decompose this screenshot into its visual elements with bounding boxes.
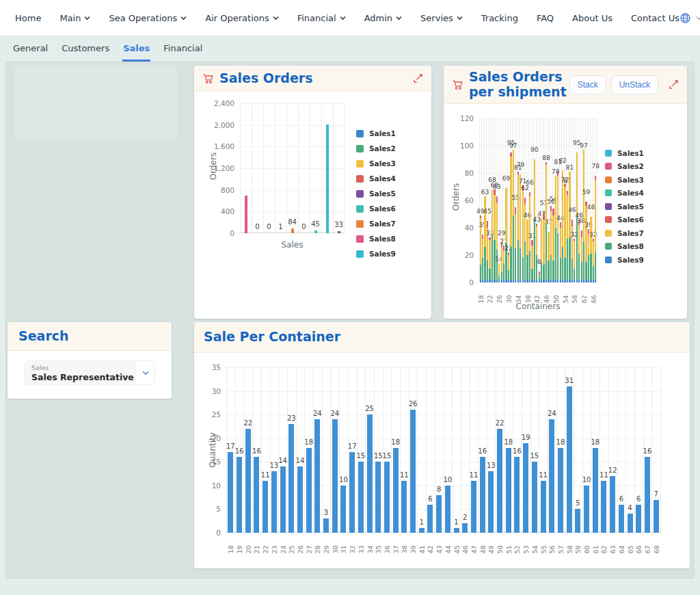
grid-line <box>261 367 262 533</box>
bar-segment <box>574 269 575 280</box>
nav-item-about-us[interactable]: About Us <box>572 13 612 23</box>
bar-value-label: 11 <box>600 471 608 479</box>
bar-segment <box>494 280 495 282</box>
bar-segment <box>482 258 483 280</box>
grid-line <box>522 367 522 533</box>
grid-line <box>240 103 241 233</box>
legend-label: Sales8 <box>617 242 644 250</box>
tab-financial[interactable]: Financial <box>163 38 203 62</box>
bar-segment <box>482 280 483 282</box>
bar-segment <box>555 228 556 280</box>
bar-segment <box>498 263 500 276</box>
legend-item-sales9[interactable]: Sales9 <box>356 246 396 261</box>
legend-label: Sales8 <box>369 235 396 243</box>
grid-line <box>240 190 345 191</box>
x-tick-label: 46 <box>461 538 469 554</box>
nav-item-air-operations[interactable]: Air Operations <box>205 13 278 23</box>
legend-item-sales2[interactable]: Sales2 <box>605 160 644 174</box>
nav-item-sea-operations[interactable]: Sea Operations <box>109 13 187 23</box>
grid-line <box>275 103 275 233</box>
bar-value-label: 11 <box>400 471 409 479</box>
bar-segment <box>487 261 488 280</box>
grid-line <box>310 103 310 233</box>
legend-item-sales4[interactable]: Sales4 <box>605 187 644 200</box>
legend-item-sales1[interactable]: Sales1 <box>605 146 644 160</box>
x-tick-label: 50 <box>552 287 559 304</box>
grid-line <box>345 103 345 233</box>
bar-segment <box>557 280 558 282</box>
grid-line <box>426 367 427 533</box>
bar-container-43 <box>436 495 442 533</box>
legend-item-sales9[interactable]: Sales9 <box>605 253 644 267</box>
grid-line <box>435 367 435 533</box>
tab-customers[interactable]: Customers <box>61 38 110 62</box>
bar-segment <box>539 277 540 281</box>
bar-segment <box>517 280 519 282</box>
legend-item-sales5[interactable]: Sales5 <box>356 186 396 201</box>
tab-general[interactable]: General <box>12 38 49 62</box>
grid-line <box>574 367 574 533</box>
nav-item-admin[interactable]: Admin <box>364 13 402 23</box>
bar-container-55 <box>541 481 546 533</box>
legend-item-sales3[interactable]: Sales3 <box>605 173 644 187</box>
nav-item-tracking[interactable]: Tracking <box>481 13 518 23</box>
legend-swatch <box>356 205 364 213</box>
legend-swatch <box>356 220 364 228</box>
legend-item-sales5[interactable]: Sales5 <box>605 200 644 213</box>
nav-item-contact-us[interactable]: Contact Us <box>631 13 679 23</box>
tab-sales[interactable]: Sales <box>122 38 150 62</box>
expand-icon[interactable] <box>669 79 679 90</box>
legend-item-sales8[interactable]: Sales8 <box>356 231 396 246</box>
grid-line <box>365 367 366 533</box>
bar-segment <box>520 248 521 280</box>
bar-segment <box>548 261 549 280</box>
bar-value-label: 18 <box>556 438 565 446</box>
bar-value-label: 24 <box>330 410 339 417</box>
bar-value-label: 5 <box>576 499 580 507</box>
grid-line <box>240 103 345 104</box>
bar-segment <box>496 280 498 282</box>
expand-icon[interactable] <box>413 73 423 83</box>
bar-value-label: 0 <box>301 223 306 230</box>
legend-item-sales7[interactable]: Sales7 <box>356 216 396 231</box>
sales-rep-select[interactable]: Sales Sales Representative 1 <box>24 360 155 385</box>
select-caret[interactable] <box>135 361 154 384</box>
nav-item-main[interactable]: Main <box>59 13 90 23</box>
legend-item-sales2[interactable]: Sales2 <box>356 141 396 156</box>
bar-segment <box>590 280 591 282</box>
globe-icon[interactable] <box>679 12 691 24</box>
bar-container-41 <box>419 528 425 533</box>
legend-swatch <box>605 216 612 223</box>
nav-item-financial[interactable]: Financial <box>297 13 346 23</box>
stack-button[interactable]: Stack <box>569 75 606 94</box>
nav-item-servies[interactable]: Servies <box>420 13 463 23</box>
unstack-button[interactable]: UnStack <box>611 75 658 94</box>
bar-segment <box>578 254 580 280</box>
bar-segment <box>567 239 568 280</box>
legend-item-sales1[interactable]: Sales1 <box>356 126 396 141</box>
legend-item-sales8[interactable]: Sales8 <box>605 240 644 254</box>
language-caret-icon[interactable] <box>696 16 700 21</box>
x-tick-label: 19 <box>236 538 243 554</box>
bar-value-label: 6 <box>428 495 432 503</box>
grid-line <box>591 367 591 533</box>
bar-value-label: 31 <box>565 377 574 384</box>
legend-item-sales3[interactable]: Sales3 <box>356 156 396 171</box>
legend-item-sales6[interactable]: Sales6 <box>356 201 396 216</box>
bar-value-label: 63 <box>493 183 500 190</box>
x-tick-label: 38 <box>401 538 408 554</box>
legend-item-sales4[interactable]: Sales4 <box>356 171 396 186</box>
x-tick-label: 31 <box>340 538 347 554</box>
x-tick-label: 38 <box>524 287 531 304</box>
bar-sales8 <box>245 196 247 233</box>
bar-value-label: 0 <box>267 223 271 230</box>
nav-item-home[interactable]: Home <box>15 13 41 23</box>
grid-line <box>298 103 299 233</box>
legend-item-sales6[interactable]: Sales6 <box>605 213 644 227</box>
bar-container-50 <box>497 429 502 533</box>
bar-segment <box>531 269 533 280</box>
nav-item-faq[interactable]: FAQ <box>537 13 554 23</box>
x-tick-label: 54 <box>530 538 538 554</box>
bar-value-label: 15 <box>383 452 392 460</box>
legend-item-sales7[interactable]: Sales7 <box>605 226 644 240</box>
